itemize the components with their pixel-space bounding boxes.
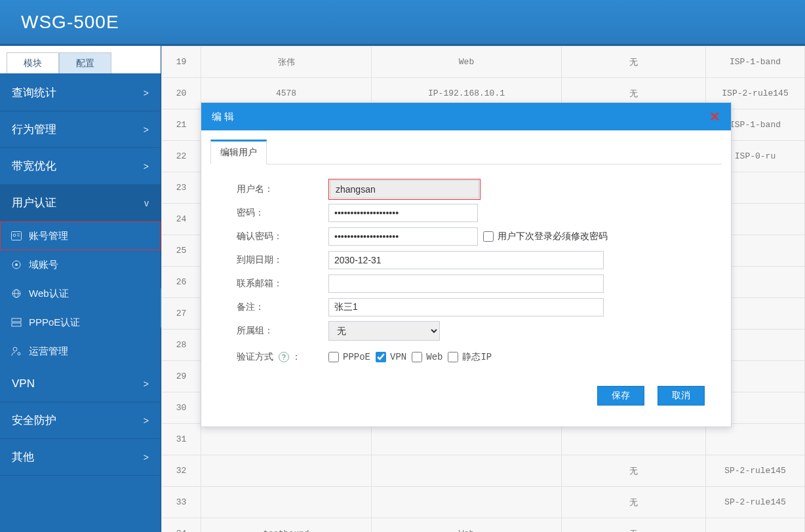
subnav-ops-mgmt[interactable]: 运营管理 (0, 337, 161, 366)
nav-label: 行为管理 (12, 122, 56, 137)
cell (706, 518, 805, 533)
table-row[interactable]: 33无SP-2-rule145 (162, 487, 805, 518)
help-icon[interactable]: ? (279, 352, 289, 362)
label-email: 联系邮箱： (230, 278, 328, 290)
username-input[interactable] (330, 180, 479, 199)
subnav-domain-account[interactable]: 域账号 (0, 250, 161, 279)
server-icon (10, 316, 22, 328)
password-input[interactable] (328, 204, 478, 222)
cell: SP-2-rule145 (706, 487, 805, 518)
subnav-label: Web认证 (29, 288, 69, 300)
modal-tab-edit-user[interactable]: 编辑用户 (210, 140, 267, 164)
modal-title: 编 辑 (212, 111, 234, 123)
row-number: 33 (162, 487, 201, 518)
chevron-down-icon: v (144, 198, 149, 208)
nav-behavior[interactable]: 行为管理 > (0, 111, 161, 148)
table-row[interactable]: 19张伟Web无ISP-1-band (162, 47, 805, 78)
cell: 张伟 (201, 47, 372, 78)
chevron-right-icon: > (144, 415, 149, 426)
row-number: 22 (162, 141, 201, 172)
table-row[interactable]: 32无SP-2-rule145 (162, 455, 805, 487)
nav-user-auth[interactable]: 用户认证 v (0, 185, 161, 221)
cell: 无 (562, 455, 706, 487)
close-icon[interactable]: ✕ (709, 109, 720, 124)
row-number: 34 (162, 518, 201, 533)
nav-other[interactable]: 其他 > (0, 439, 161, 476)
row-number: 29 (162, 361, 201, 392)
nav-bandwidth[interactable]: 带宽优化 > (0, 148, 161, 185)
label-remark: 备注： (230, 301, 328, 313)
modal-footer: 保存 取消 (210, 373, 722, 417)
row-number: 27 (162, 298, 201, 330)
subnav-label: PPPoE认证 (29, 316, 80, 329)
subnav-label: 账号管理 (29, 230, 68, 242)
nav-security[interactable]: 安全防护 > (0, 402, 161, 439)
sidebar: 模块 配置 查询统计 > 行为管理 > 带宽优化 > 用户认证 v (0, 46, 161, 532)
row-number: 31 (162, 424, 201, 455)
subnav-account-mgmt[interactable]: 账号管理 (0, 221, 161, 250)
chevron-right-icon: > (144, 452, 149, 463)
domain-icon (10, 259, 22, 271)
cell (201, 455, 372, 487)
edit-user-form: 用户名： 密码： 确认密码： (210, 172, 722, 373)
sidebar-tabbar: 模块 配置 (0, 46, 161, 75)
nav-label: 查询统计 (12, 85, 56, 100)
modal-tabs: 编辑用户 (210, 140, 722, 164)
chevron-right-icon: > (144, 161, 149, 172)
svg-point-12 (18, 352, 20, 355)
svg-rect-10 (12, 323, 21, 326)
auth-web-checkbox[interactable] (412, 352, 422, 362)
table-row[interactable]: 34testboundWeb无 (162, 518, 805, 533)
subnav-web-auth[interactable]: Web认证 (0, 279, 161, 308)
cell (372, 487, 562, 518)
nav-label: 其他 (12, 449, 34, 465)
auth-pppoe-checkbox[interactable] (328, 352, 339, 362)
cell (372, 455, 562, 487)
subnav-label: 运营管理 (29, 345, 68, 358)
save-button[interactable]: 保存 (597, 386, 644, 406)
cancel-button[interactable]: 取消 (658, 386, 705, 406)
auth-pppoe-label: PPPoE (343, 352, 370, 362)
svg-point-11 (13, 347, 17, 351)
nav-label: 带宽优化 (12, 159, 56, 174)
app-header: WSG-500E (0, 0, 805, 46)
cell (372, 424, 562, 455)
auth-staticip-checkbox[interactable] (448, 352, 458, 362)
email-input[interactable] (328, 275, 604, 293)
label-force-change: 用户下次登录必须修改密码 (498, 231, 608, 242)
confirm-password-input[interactable] (328, 227, 478, 246)
row-number: 28 (162, 330, 201, 361)
cell: 无 (562, 487, 706, 518)
remark-input[interactable] (328, 298, 604, 316)
cell: testbound (201, 518, 372, 533)
cell: Web (372, 47, 562, 78)
subnav-pppoe-auth[interactable]: PPPoE认证 (0, 308, 161, 337)
svg-point-5 (15, 263, 18, 266)
row-number: 23 (162, 172, 201, 204)
user-cog-icon (10, 345, 22, 357)
chevron-right-icon: > (144, 379, 149, 389)
force-change-password-checkbox[interactable] (483, 231, 494, 242)
label-auth-type: 验证方式 ? ： (230, 351, 328, 363)
svg-point-1 (13, 234, 16, 237)
cell: ISP-1-band (706, 47, 805, 78)
main-content: 19张伟Web无ISP-1-band204578IP-192.168.10.1无… (161, 46, 805, 532)
username-highlight-box (328, 179, 481, 200)
subnav-label: 域账号 (29, 259, 58, 271)
cell (201, 487, 372, 518)
cell (562, 424, 706, 455)
nav-label: VPN (12, 377, 35, 390)
label-expire: 到期日期： (230, 254, 328, 266)
cell (201, 424, 372, 455)
table-row[interactable]: 31 (162, 424, 805, 455)
globe-icon (10, 288, 22, 299)
auth-vpn-checkbox[interactable] (376, 352, 386, 362)
expire-date-input[interactable] (328, 251, 604, 269)
nav-vpn[interactable]: VPN > (0, 366, 161, 402)
chevron-right-icon: > (144, 88, 149, 98)
sidebar-tab-config[interactable]: 配置 (59, 52, 111, 73)
group-select[interactable]: 无 (328, 321, 440, 341)
app-title: WSG-500E (21, 12, 119, 33)
nav-query-stats[interactable]: 查询统计 > (0, 75, 161, 111)
sidebar-tab-module[interactable]: 模块 (7, 52, 59, 73)
